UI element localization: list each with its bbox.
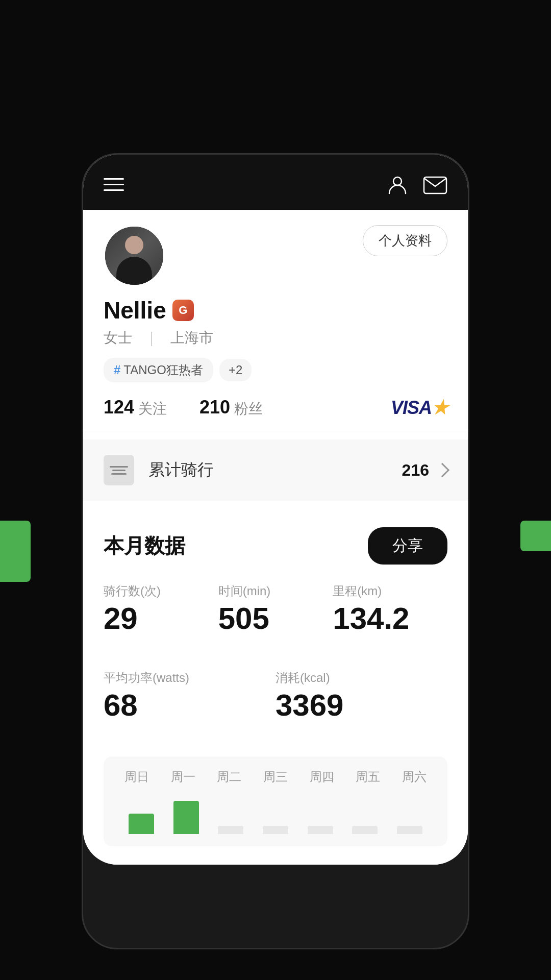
brand-badge: G xyxy=(172,300,194,321)
profile-tags: # TANGO狂热者 +2 xyxy=(104,358,447,382)
profile-name: Nellie xyxy=(104,297,166,324)
week-bar-3 xyxy=(263,826,288,834)
followers-label: 粉丝 xyxy=(234,399,263,419)
profile-tag-0[interactable]: # TANGO狂热者 xyxy=(104,358,213,382)
week-bar-wrap-6 xyxy=(387,793,432,834)
stat-calories: 消耗(kcal) 3369 xyxy=(276,670,447,736)
svg-rect-1 xyxy=(424,177,446,193)
profile-edit-button[interactable]: 个人资料 xyxy=(363,225,447,256)
following-count: 124 xyxy=(104,397,134,418)
profile-icon-button[interactable] xyxy=(386,173,409,195)
monthly-section: 本月数据 分享 骑行数(次) 29 时间(min) 505 里程(km) 134… xyxy=(83,509,468,865)
week-bar-2 xyxy=(218,826,243,834)
monthly-header: 本月数据 分享 xyxy=(104,527,447,565)
week-bar-6 xyxy=(397,826,422,834)
stat-calories-unit: 消耗(kcal) xyxy=(276,670,447,686)
week-label-5: 周五 xyxy=(345,769,391,785)
week-bars xyxy=(114,793,437,834)
week-bar-wrap-5 xyxy=(343,793,388,834)
tag-text-0: TANGO狂热者 xyxy=(123,362,203,378)
stat-distance-value: 134.2 xyxy=(333,603,447,634)
header-right-icons xyxy=(386,173,447,195)
visa-text: VISA xyxy=(391,397,432,418)
stat-calories-value: 3369 xyxy=(276,690,447,721)
week-bar-0 xyxy=(129,814,154,834)
mail-icon-button[interactable] xyxy=(423,176,447,194)
week-bar-4 xyxy=(308,826,333,834)
avatar-body xyxy=(116,257,152,285)
stat-power-unit: 平均功率(watts) xyxy=(104,670,276,686)
avatar xyxy=(104,225,165,286)
stat-rides: 骑行数(次) 29 xyxy=(104,583,218,649)
tag-hash-icon: # xyxy=(114,363,120,377)
following-label: 关注 xyxy=(138,399,167,419)
stat-power-value: 68 xyxy=(104,690,276,721)
stat-time-value: 505 xyxy=(218,603,333,634)
svg-point-0 xyxy=(393,177,402,185)
week-bar-wrap-4 xyxy=(298,793,343,834)
following-stat: 124 关注 xyxy=(104,397,167,419)
profile-gender: 女士 xyxy=(104,330,132,346)
week-chart: 周日 周一 周二 周三 周四 周五 周六 xyxy=(104,756,447,846)
week-label-3: 周三 xyxy=(253,769,299,785)
stat-rides-unit: 骑行数(次) xyxy=(104,583,218,599)
week-bar-wrap-2 xyxy=(208,793,253,834)
week-label-6: 周六 xyxy=(391,769,437,785)
rides-section[interactable]: 累计骑行 216 xyxy=(83,439,468,501)
phone-mockup: 个人资料 Nellie G 女士 ｜ 上海市 # TANGO狂热者 +2 xyxy=(82,153,469,949)
stat-time-unit: 时间(min) xyxy=(218,583,333,599)
stat-rides-value: 29 xyxy=(104,603,218,634)
profile-top: 个人资料 xyxy=(104,225,447,286)
follow-stats: 124 关注 210 粉丝 VISA★ xyxy=(104,397,447,419)
profile-divider: ｜ xyxy=(144,330,158,346)
app-header xyxy=(83,155,468,210)
followers-count: 210 xyxy=(199,397,230,418)
stat-distance-unit: 里程(km) xyxy=(333,583,447,599)
profile-tags-more[interactable]: +2 xyxy=(219,359,252,381)
green-accent-right xyxy=(520,521,551,551)
visa-star: ★ xyxy=(432,397,447,418)
rides-count: 216 xyxy=(402,461,429,480)
stat-distance: 里程(km) 134.2 xyxy=(333,583,447,649)
monthly-title: 本月数据 xyxy=(104,532,185,560)
profile-section: 个人资料 Nellie G 女士 ｜ 上海市 # TANGO狂热者 +2 xyxy=(83,210,468,431)
green-accent-left xyxy=(0,521,31,582)
followers-stat: 210 粉丝 xyxy=(199,397,263,419)
profile-name-row: Nellie G xyxy=(104,297,447,324)
week-bar-wrap-3 xyxy=(253,793,298,834)
week-bar-wrap-1 xyxy=(164,793,209,834)
week-bar-1 xyxy=(173,801,199,834)
avatar-image xyxy=(105,227,163,285)
visa-logo: VISA★ xyxy=(391,397,447,419)
share-button[interactable]: 分享 xyxy=(368,527,447,565)
week-label-0: 周日 xyxy=(114,769,160,785)
week-bar-5 xyxy=(352,826,378,834)
week-label-1: 周一 xyxy=(160,769,207,785)
phone-screen: 个人资料 Nellie G 女士 ｜ 上海市 # TANGO狂热者 +2 xyxy=(83,155,468,865)
monthly-stats-grid-2: 平均功率(watts) 68 消耗(kcal) 3369 xyxy=(104,670,447,736)
profile-location: 上海市 xyxy=(170,330,213,346)
week-label-4: 周四 xyxy=(298,769,345,785)
hamburger-menu-button[interactable] xyxy=(104,178,124,191)
profile-meta: 女士 ｜ 上海市 xyxy=(104,328,447,348)
rides-chevron-icon xyxy=(435,463,449,477)
rides-label: 累计骑行 xyxy=(148,459,402,481)
week-bar-wrap-0 xyxy=(119,793,164,834)
stat-power: 平均功率(watts) 68 xyxy=(104,670,276,736)
avatar-head xyxy=(125,236,143,254)
monthly-stats-grid: 骑行数(次) 29 时间(min) 505 里程(km) 134.2 xyxy=(104,583,447,649)
stat-time: 时间(min) 505 xyxy=(218,583,333,649)
rides-icon xyxy=(104,455,134,485)
week-label-2: 周二 xyxy=(206,769,253,785)
week-labels: 周日 周一 周二 周三 周四 周五 周六 xyxy=(114,769,437,785)
